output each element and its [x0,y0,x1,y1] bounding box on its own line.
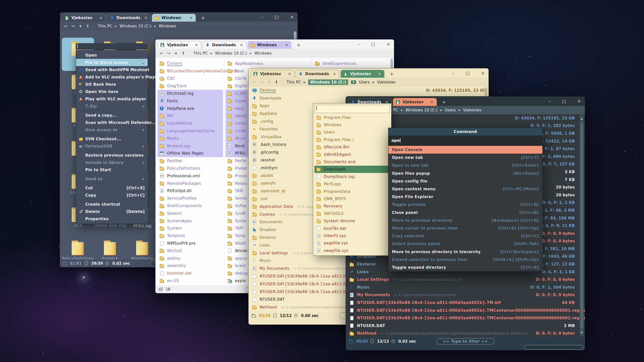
new-tab-button[interactable]: + [200,15,206,20]
maximize-button[interactable]: □ [562,99,566,104]
menu-item-cut[interactable]: Cut[Ctrl+X] [76,184,148,192]
command-item-select-previous-panel[interactable]: Select previous panel[Shift+Tab] [388,240,542,248]
file-row-cursors[interactable]: Cursors [157,60,223,67]
menu-item-pin-to-start[interactable]: Pin to Start [76,166,148,173]
close-button[interactable]: × [578,99,581,104]
quick-filter-input[interactable] [525,345,583,350]
breadcrumb-users[interactable]: Users [359,80,370,84]
command-item-open-files-popup[interactable]: Open files popup[Alt+Down] [388,169,542,177]
dropdown-item-winreagent[interactable]: $WinREAgent [314,151,390,158]
dropdown-item-recovery[interactable]: Recovery [314,203,390,210]
tab-vjekoslav[interactable]: Vjekoslav× [251,70,294,78]
dropdown-item-documents-and[interactable]: Documents and [314,158,390,165]
minimize-button[interactable]: – [452,71,454,75]
file-row-media[interactable]: Media [157,135,223,142]
breadcrumb-windows[interactable]: Windows [159,24,176,28]
command-item-open-new-tab[interactable]: Open new tab[Ctrl+T] [388,154,542,161]
new-tab-button[interactable]: + [441,100,447,105]
file-row-winsxs[interactable]: WinSxS [157,247,223,255]
file-row-modemlogs[interactable]: ModemLogs [157,142,223,150]
breadcrumb-windows-10-c[interactable]: Windows 10 (C:) [215,51,247,56]
maximize-button[interactable]: □ [466,71,469,75]
command-item-extend-selection-to-previous-item[interactable]: Extend selection to previous item[Shift+… [388,256,542,263]
titlebar[interactable]: Vjekoslav×Downloads×Windows×+ – □ × [155,39,394,49]
up-button[interactable]: ↑ [84,24,91,29]
file-row-local-settings[interactable]: Local Settings-> C:\Users\Vjekoslav\AppD… [346,276,585,284]
menu-item-add-to-vlc-media-player-s-playlist[interactable]: Add to VLC media player's Playlist [76,73,148,81]
breadcrumb-vjekoslav[interactable]: Vjekoslav [377,80,396,84]
breadcrumb-windows-10-c[interactable]: Windows 10 (C:) [119,24,151,28]
new-tab-button[interactable]: + [296,42,302,48]
menu-item-scan-with-microsoft-defender[interactable]: Scan with Microsoft Defender... [76,119,148,126]
tab-windows[interactable]: Windows× [152,14,196,22]
tab-close-icon[interactable]: × [332,72,337,76]
tab-close-icon[interactable]: × [284,43,289,47]
breadcrumb-windows-10-c[interactable]: Windows 10 (C:) [406,108,437,112]
file-row-policydefinitions[interactable]: PolicyDefinitions [157,165,223,172]
tab-close-icon[interactable]: × [189,16,193,20]
file-row-remotepackages[interactable]: RemotePackages [157,180,223,187]
tab-close-icon[interactable]: × [287,72,292,76]
file-row-tempinst[interactable]: TempInst [157,232,223,240]
file-row-ntuser-dat-53b39e88-18c4-11ea-a811-000d3[interactable]: NTUSER.DAT{53b39e88-18c4-11ea-a811-000d3… [346,307,585,314]
dropdown-item-qmk-msys[interactable]: QMK_MSYS [314,195,390,202]
tab-close-icon[interactable]: × [144,16,148,20]
dropdown-item-recycle-bin[interactable]: $Recycle.Bin [314,144,390,151]
file-row-shellcomponents[interactable]: ShellComponents [157,202,223,210]
file-row-rtlexupd-dll[interactable]: RtlExUpd.dll [157,187,223,195]
scrollbar[interactable]: ▲ ▼ [580,115,584,336]
scrollbar-thumb[interactable] [580,123,583,328]
dropdown-item-system-volume[interactable]: System Volume [314,217,390,224]
tab-vjekoslav[interactable]: Vjekoslav× [62,14,106,22]
command-item-copy-selection[interactable]: Copy selection[Ctrl+C] [388,232,542,240]
menu-item-create-shortcut[interactable]: Create shortcut [76,201,148,208]
menu-item-restore-previous-versions[interactable]: Restore previous versions [76,152,148,159]
file-row-serviceprofiles[interactable]: ServiceProfiles [157,195,223,202]
history-dropdown-button[interactable]: ▼ [173,52,179,55]
back-button[interactable]: ↩ [158,51,165,56]
grid-item-prefetch[interactable]: Prefetch [94,237,126,259]
file-row-desktop[interactable]: DesktopD: 43034, F: 125185, 23 GB [249,87,489,95]
file-row-nethood[interactable]: NetHood-> C:\Users\Vjekoslav\AppData\Roa… [346,330,585,337]
dropdown-item-programdata[interactable]: ProgramData [314,188,390,195]
dropdown-item-windows[interactable]: Windows [314,121,390,128]
titlebar[interactable]: Vjekoslav×Downloads×Windows×+ – □ × [60,12,298,22]
tab-downloads[interactable]: Downloads× [203,41,246,49]
file-row-assembly[interactable]: assembly [157,262,223,270]
menu-item-delete[interactable]: Delete[Delete] [76,208,148,215]
menu-item-play-with-vlc-media-player[interactable]: Play with VLC media player [76,95,148,103]
menu-item-open[interactable]: Open [76,52,148,59]
file-row-inputmethod[interactable]: InputMethod [157,120,223,127]
breadcrumb-vjekoslav[interactable]: Vjekoslav [463,108,482,112]
tab-vjekoslav[interactable]: Vjekoslav× [393,98,437,106]
breadcrumb-this-pc[interactable]: This PC [98,24,112,28]
command-item-move-to-previous-directory-in-hierarchy[interactable]: Move to previous directory in hierarchy[… [388,248,542,255]
command-item-open-config-file[interactable]: Open config file [388,177,542,185]
file-row-appreadiness[interactable]: AppReadiness [225,60,310,67]
file-row-system[interactable]: System [157,225,223,232]
file-row-ntuser-dat-53b39e88-18c4-11ea-a811-000d3[interactable]: NTUSER.DAT{53b39e88-18c4-11ea-a811-000d3… [346,314,585,322]
breadcrumb-windows-10-c[interactable]: Windows 10 (C:) [308,79,348,85]
scroll-up-icon[interactable]: ▲ [580,115,584,122]
tab-close-icon[interactable]: × [377,72,382,76]
menu-item-svn-checkout[interactable]: SVN Checkout... [76,135,148,143]
file-row-bitlockerdiscoveryvolumecontents[interactable]: BitLockerDiscoveryVolumeContents [157,67,223,75]
tab-close-icon[interactable]: × [430,100,434,104]
file-row-shellexperiences[interactable]: ShellExperiences [313,60,386,67]
maximize-button[interactable]: □ [275,15,278,19]
command-item-close-panel[interactable]: Close panel[Ctrl+W] [388,209,542,216]
up-button[interactable]: ↑ [273,80,280,85]
maximize-button[interactable]: □ [371,42,375,47]
titlebar[interactable]: Vjekoslav×Downloads×Vjekoslav×+ – □ × [249,68,489,78]
dropdown-item-pagefile-sys[interactable]: pagefile.sys [314,240,390,247]
history-dropdown-button[interactable]: ▼ [77,25,84,28]
file-row-dtcinstall-log[interactable]: DtcInstall.log [157,90,223,97]
dropdown-item-downloads[interactable]: Downloads [314,166,390,173]
close-button[interactable]: × [481,71,485,75]
up-button[interactable]: ↑ [180,51,187,56]
file-row-speech[interactable]: Speech [157,210,223,217]
dropdown-item-users[interactable]: Users [314,129,390,136]
tab-close-icon[interactable]: × [99,16,103,20]
file-row-inf[interactable]: INF [157,112,223,120]
dropdown-item-swapfile-sys[interactable]: swapfile.sys [314,247,390,254]
